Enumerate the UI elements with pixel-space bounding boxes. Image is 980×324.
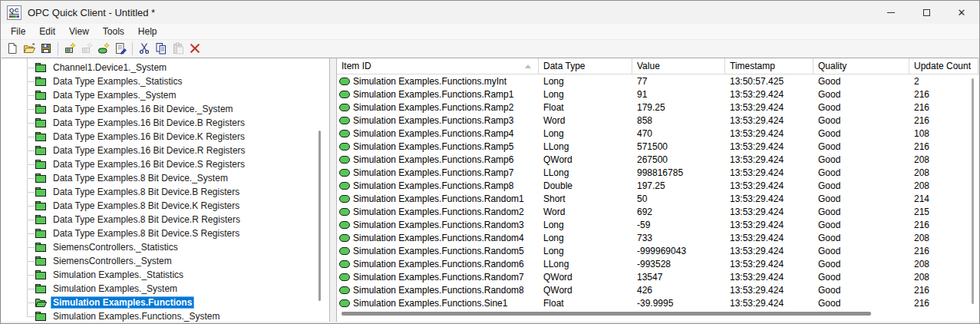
- tree-item[interactable]: Data Type Examples.16 Bit Device._System: [2, 102, 329, 116]
- tree-item[interactable]: SiemensControllers._System: [2, 254, 329, 268]
- item-row[interactable]: Simulation Examples.Functions.Random7 QW…: [337, 270, 978, 283]
- tree-item[interactable]: Simulation Examples._Statistics: [2, 268, 329, 282]
- tree-item[interactable]: Data Type Examples.16 Bit Device.S Regis…: [2, 157, 329, 171]
- app-icon-color-strip: [9, 15, 19, 18]
- new-document-button[interactable]: [4, 41, 21, 56]
- item-row[interactable]: Simulation Examples.Functions.Ramp5 LLon…: [337, 140, 978, 153]
- tree-item[interactable]: Data Type Examples.8 Bit Device.K Regist…: [2, 199, 329, 213]
- tree-item[interactable]: Data Type Examples.16 Bit Device.K Regis…: [2, 130, 329, 144]
- tree-vertical-scrollbar[interactable]: [318, 131, 321, 301]
- item-row[interactable]: Simulation Examples.Functions.Random1 Sh…: [337, 192, 978, 205]
- tree-branch-connector: [27, 68, 34, 68]
- column-header-timestamp[interactable]: Timestamp: [725, 58, 813, 74]
- title-bar[interactable]: QC OPC Quick Client - Untitled * ✕: [1, 1, 979, 24]
- item-row[interactable]: Simulation Examples.Functions.Ramp1 Long…: [337, 88, 978, 101]
- minimize-button[interactable]: [873, 1, 909, 24]
- tree-item-label: Data Type Examples._System: [51, 89, 179, 101]
- pane-splitter[interactable]: [330, 58, 336, 322]
- menu-help[interactable]: Help: [131, 25, 164, 38]
- item-row[interactable]: Simulation Examples.Functions.Ramp3 Word…: [337, 114, 978, 127]
- item-id-cell: Simulation Examples.Functions.Random5: [337, 244, 539, 257]
- item-id-text: Simulation Examples.Functions.Ramp1: [353, 89, 513, 100]
- timestamp-cell: 13:53:29.424: [725, 218, 813, 231]
- item-tag-icon: [339, 221, 350, 229]
- list-vertical-scrollbar[interactable]: [972, 78, 974, 304]
- tree-branch-connector: [27, 164, 34, 165]
- tree-item[interactable]: Data Type Examples.8 Bit Device.S Regist…: [2, 226, 329, 240]
- update-count-cell: 208: [909, 231, 978, 244]
- tree-branch-connector: [27, 220, 34, 220]
- tree-item[interactable]: Data Type Examples._Statistics: [2, 74, 329, 88]
- update-count-cell: 216: [909, 114, 978, 127]
- new-item-button[interactable]: [95, 41, 112, 56]
- tree-item[interactable]: Simulation Examples.Functions._System: [2, 309, 329, 322]
- item-row[interactable]: Simulation Examples.Functions.Ramp8 Doub…: [337, 179, 978, 192]
- data-type-cell: Word: [539, 205, 632, 218]
- update-count-cell: 208: [909, 153, 978, 166]
- app-icon: QC: [7, 5, 21, 20]
- app-icon-text: QC: [9, 8, 19, 15]
- copy-button[interactable]: [153, 41, 170, 56]
- save-file-button[interactable]: [38, 41, 54, 56]
- item-id-text: Simulation Examples.Functions.myInt: [353, 76, 506, 87]
- new-group-button[interactable]: [78, 41, 95, 56]
- tree-item[interactable]: Channel1.Device1._System: [2, 61, 329, 74]
- column-header-update-count[interactable]: Update Count: [909, 58, 978, 74]
- column-header-quality[interactable]: Quality: [813, 58, 909, 74]
- item-row[interactable]: Simulation Examples.Functions.Ramp7 LLon…: [337, 166, 978, 179]
- item-row[interactable]: Simulation Examples.Functions.myInt Long…: [337, 74, 978, 88]
- menu-edit[interactable]: Edit: [32, 25, 62, 38]
- folder-icon: [35, 200, 47, 211]
- item-row[interactable]: Simulation Examples.Functions.Random3 Lo…: [337, 218, 978, 231]
- delete-button[interactable]: [186, 41, 203, 56]
- item-id-text: Simulation Examples.Functions.Ramp6: [353, 154, 513, 165]
- tree-item[interactable]: Data Type Examples._System: [2, 88, 329, 102]
- column-header-value[interactable]: Value: [632, 58, 725, 74]
- close-button[interactable]: ✕: [944, 1, 979, 24]
- item-row[interactable]: Simulation Examples.Functions.Ramp6 QWor…: [337, 153, 978, 166]
- menu-view[interactable]: View: [62, 25, 96, 38]
- tree-item-label: Data Type Examples.8 Bit Device.S Regist…: [51, 227, 242, 240]
- properties-button[interactable]: [112, 41, 129, 56]
- maximize-button[interactable]: [909, 1, 944, 24]
- menu-bar: File Edit View Tools Help: [1, 24, 979, 40]
- item-tag-icon: [339, 286, 350, 294]
- tree-item[interactable]: SiemensControllers._Statistics: [2, 240, 329, 254]
- open-file-button[interactable]: [21, 41, 38, 56]
- new-server-connection-button[interactable]: [61, 41, 78, 56]
- item-row[interactable]: Simulation Examples.Functions.Random6 LL…: [337, 257, 978, 270]
- horizontal-scrollbar-thumb[interactable]: [342, 312, 871, 316]
- folder-icon: [35, 242, 47, 253]
- tree-item[interactable]: Simulation Examples._System: [2, 282, 329, 296]
- item-row[interactable]: Simulation Examples.Functions.Random4 Lo…: [337, 231, 978, 244]
- update-count-cell: 216: [909, 88, 978, 101]
- folder-icon: [35, 159, 47, 170]
- tree-rows: Channel1.Device1._System Data Type Examp…: [2, 61, 329, 322]
- column-header-data-type[interactable]: Data Type: [539, 58, 632, 74]
- cut-button[interactable]: [136, 41, 153, 56]
- data-type-cell: Long: [539, 88, 632, 101]
- item-row[interactable]: Simulation Examples.Functions.Random8 QW…: [337, 283, 978, 296]
- value-cell: -59: [632, 218, 725, 231]
- tree-item-label: Data Type Examples.8 Bit Device._System: [51, 172, 230, 184]
- item-id-text: Simulation Examples.Functions.Ramp8: [353, 180, 513, 191]
- menu-file[interactable]: File: [4, 25, 32, 38]
- item-row[interactable]: Simulation Examples.Functions.Sine1 Floa…: [337, 296, 978, 309]
- column-header-item-id[interactable]: Item ID: [337, 58, 539, 74]
- tree-item[interactable]: Data Type Examples.8 Bit Device.R Regist…: [2, 213, 329, 226]
- tree-item[interactable]: Data Type Examples.16 Bit Device.B Regis…: [2, 116, 329, 130]
- tree-item[interactable]: Data Type Examples.16 Bit Device.R Regis…: [2, 144, 329, 157]
- menu-tools[interactable]: Tools: [96, 25, 131, 38]
- item-row[interactable]: Simulation Examples.Functions.Ramp4 Long…: [337, 127, 978, 140]
- item-row[interactable]: Simulation Examples.Functions.Random2 Wo…: [337, 205, 978, 218]
- tree-branch-connector: [27, 316, 34, 317]
- paste-button[interactable]: [170, 41, 186, 56]
- tree-item[interactable]: Data Type Examples.8 Bit Device.B Regist…: [2, 185, 329, 199]
- timestamp-cell: 13:53:29.424: [725, 270, 813, 283]
- item-row[interactable]: Simulation Examples.Functions.Ramp2 Floa…: [337, 101, 978, 114]
- tree-item[interactable]: Simulation Examples.Functions: [2, 296, 329, 309]
- list-horizontal-scrollbar[interactable]: [342, 312, 965, 316]
- tree-item[interactable]: Data Type Examples.8 Bit Device._System: [2, 171, 329, 185]
- item-row[interactable]: Simulation Examples.Functions.Random5 Lo…: [337, 244, 978, 257]
- window-title: OPC Quick Client - Untitled *: [28, 7, 155, 18]
